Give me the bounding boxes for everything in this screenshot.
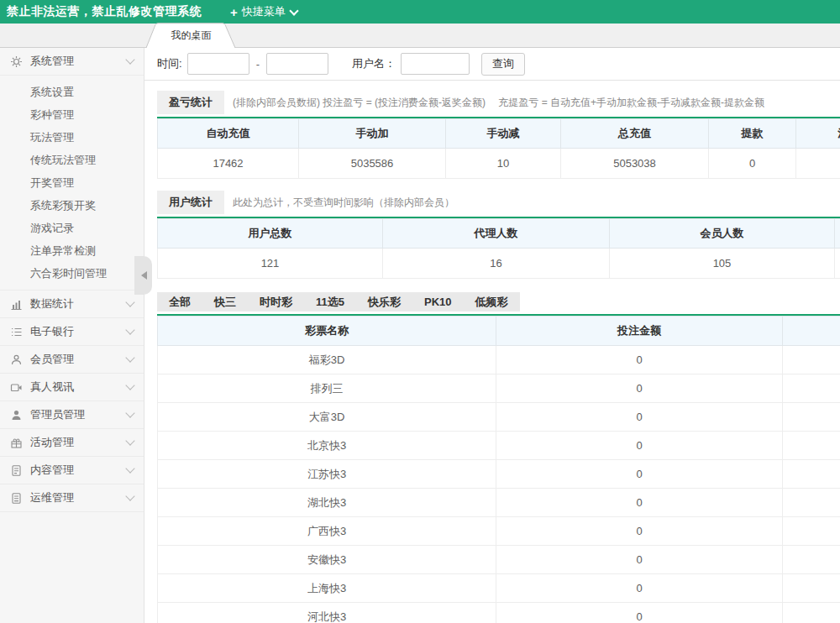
sidebar-group-ebank[interactable]: 电子银行: [0, 318, 144, 346]
cell-clipped: [783, 403, 840, 432]
table-row: 福彩3D 0: [158, 346, 840, 374]
cell-agents: 16: [383, 249, 610, 279]
profit-stats-title: 盈亏统计: [157, 91, 224, 114]
table-header-row: 用户总数 代理人数 会员人数: [158, 219, 840, 249]
sidebar: 系统管理 系统设置 彩种管理 玩法管理 传统玩法管理 开奖管理 系统彩预开奖 游…: [0, 48, 144, 623]
cell-consume: 0: [796, 149, 840, 179]
cell-manual-add: 5035586: [299, 149, 446, 179]
tab-klc[interactable]: 快乐彩: [356, 292, 412, 312]
cell-withdraw: 0: [709, 149, 796, 179]
table-row: 大富3D 0: [158, 403, 840, 432]
tab-low-freq[interactable]: 低频彩: [464, 292, 520, 312]
col-header: 手动加: [299, 119, 446, 149]
tab-11x5[interactable]: 11选5: [304, 292, 356, 312]
tab-my-desktop[interactable]: 我的桌面: [144, 23, 238, 48]
cell-clipped: [783, 489, 840, 517]
cell-clipped: [783, 517, 840, 546]
cell-total-recharge: 5053038: [561, 149, 709, 179]
cell-bet-amount: 0: [496, 346, 783, 374]
range-separator: -: [256, 58, 260, 71]
table-header-row: 彩票名称 投注金额: [158, 317, 840, 346]
profit-stats-note: (排除内部会员数据) 投注盈亏 = (投注消费金额-返奖金额) 充提盈亏 = 自…: [233, 96, 764, 110]
table-row: 广西快3 0: [158, 517, 840, 546]
username-input[interactable]: [401, 53, 470, 75]
content-doc-icon: [10, 464, 24, 477]
tab-strip: 我的桌面: [0, 24, 840, 48]
lottery-table-wrap: 彩票名称 投注金额 福彩3D 0 排列三 0 大富3D 0: [157, 314, 840, 623]
user-stats-table: 用户总数 代理人数 会员人数 121 16 105: [157, 218, 840, 279]
tab-ssc[interactable]: 时时彩: [248, 292, 304, 312]
chevron-down-icon: [125, 463, 134, 473]
col-header-clipped: [783, 317, 840, 346]
cell-manual-subtract: 10: [446, 149, 561, 179]
table-row: 排列三 0: [158, 374, 840, 403]
tab-all[interactable]: 全部: [157, 292, 202, 312]
sidebar-item-system-settings[interactable]: 系统设置: [0, 81, 144, 103]
sidebar-group-activities[interactable]: 活动管理: [0, 429, 144, 457]
lottery-tabs: 全部 快三 时时彩 11选5 快乐彩 PK10 低频彩: [157, 292, 520, 312]
cell-clipped: [783, 546, 840, 574]
cell-bet-amount: 0: [496, 603, 783, 623]
sidebar-group-label: 真人视讯: [30, 380, 127, 395]
quick-menu-button[interactable]: + 快捷菜单: [230, 4, 297, 19]
cell-lottery-name: 湖北快3: [158, 489, 496, 517]
sidebar-group-members[interactable]: 会员管理: [0, 346, 144, 374]
sidebar-group-live-video[interactable]: 真人视讯: [0, 374, 144, 401]
profit-stats-table: 自动充值 手动加 手动减 总充值 提款 消 17462 5035586 10 5…: [157, 118, 840, 179]
user-stats-table-wrap: 用户总数 代理人数 会员人数 121 16 105: [157, 217, 840, 279]
chevron-down-icon: [125, 353, 134, 362]
sidebar-item-bet-anomaly[interactable]: 注单异常检测: [0, 239, 144, 262]
sidebar-item-pre-draw[interactable]: 系统彩预开奖: [0, 194, 144, 217]
sidebar-item-play-method[interactable]: 玩法管理: [0, 126, 144, 149]
col-header: 代理人数: [383, 219, 610, 249]
tab-pk10[interactable]: PK10: [412, 292, 464, 312]
sidebar-item-lottery-type[interactable]: 彩种管理: [0, 103, 144, 126]
sidebar-group-label: 内容管理: [30, 463, 127, 478]
cell-lottery-name: 安徽快3: [158, 546, 496, 574]
sidebar-group-label: 数据统计: [30, 296, 127, 312]
cell-clipped: [783, 374, 840, 403]
sidebar-group-content[interactable]: 内容管理: [0, 457, 144, 484]
cell-bet-amount: 0: [496, 374, 783, 403]
warning-text: 禁止非法运营，禁止乱修改管理系统: [7, 4, 202, 19]
sidebar-item-traditional-play[interactable]: 传统玩法管理: [0, 149, 144, 171]
tab-k3[interactable]: 快三: [202, 292, 248, 312]
sidebar-group-label: 会员管理: [30, 352, 127, 367]
gift-icon: [10, 437, 24, 449]
cell-clipped: [783, 346, 840, 374]
time-from-input[interactable]: [187, 53, 249, 75]
col-header: 消: [796, 119, 840, 149]
lottery-table: 彩票名称 投注金额 福彩3D 0 排列三 0 大富3D 0: [157, 316, 840, 623]
cell-lottery-name: 北京快3: [158, 432, 496, 460]
sidebar-group-label: 系统管理: [30, 54, 127, 69]
cell-lottery-name: 江苏快3: [158, 460, 496, 489]
cell-lottery-name: 河北快3: [158, 603, 496, 623]
sidebar-group-admins[interactable]: 管理员管理: [0, 401, 144, 429]
col-header: 投注金额: [496, 317, 783, 346]
sidebar-group-label: 运维管理: [30, 490, 127, 505]
chevron-down-icon: [289, 6, 298, 15]
profit-stats-table-wrap: 自动充值 手动加 手动减 总充值 提款 消 17462 5035586 10 5…: [157, 117, 840, 179]
chevron-down-icon: [125, 436, 134, 445]
cell-bet-amount: 0: [496, 546, 783, 574]
quick-menu-label: 快捷菜单: [242, 4, 286, 19]
sidebar-group-system[interactable]: 系统管理: [0, 48, 144, 76]
ops-doc-icon: [10, 492, 24, 505]
query-button[interactable]: 查询: [481, 53, 525, 76]
col-header: 彩票名称: [158, 317, 496, 346]
table-row: 17462 5035586 10 5053038 0 0: [158, 149, 840, 179]
sidebar-item-game-records[interactable]: 游戏记录: [0, 217, 144, 239]
cell-bet-amount: 0: [496, 574, 783, 603]
sidebar-collapse-handle[interactable]: [134, 256, 152, 295]
cell-lottery-name: 上海快3: [158, 574, 496, 603]
table-row: 江苏快3 0: [158, 460, 840, 489]
sidebar-group-ops[interactable]: 运维管理: [0, 484, 144, 512]
chevron-down-icon: [125, 408, 134, 417]
cell-bet-amount: 0: [496, 403, 783, 432]
sidebar-item-draw-management[interactable]: 开奖管理: [0, 171, 144, 194]
time-to-input[interactable]: [266, 53, 328, 75]
sidebar-item-mark6-time[interactable]: 六合彩时间管理: [0, 262, 144, 285]
time-label: 时间:: [157, 56, 182, 71]
sidebar-group-data-stats[interactable]: 数据统计: [0, 291, 144, 318]
gear-icon: [10, 55, 24, 68]
